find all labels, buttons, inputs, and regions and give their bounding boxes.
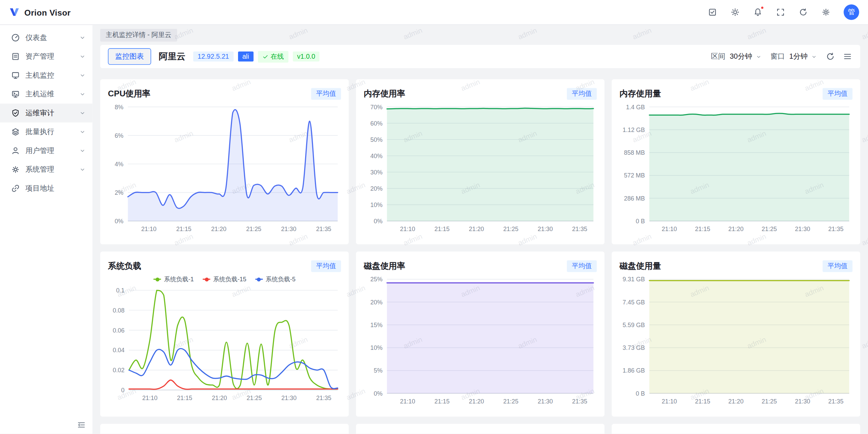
chart-card-header: 磁盘使用量 平均值 bbox=[619, 259, 852, 272]
monitor-chart-button[interactable]: 监控图表 bbox=[108, 48, 151, 65]
chart-card: 内存使用量 平均值 0 B286 MB572 MB858 MB1.12 GB1.… bbox=[612, 79, 860, 244]
host-tag: 12.92.5.21 bbox=[193, 52, 234, 61]
sidebar-item[interactable]: 仪表盘 bbox=[0, 28, 93, 47]
chevron-down-icon bbox=[755, 54, 762, 60]
chart-title: 磁盘使用量 bbox=[619, 261, 661, 271]
sidebar-item[interactable]: 用户管理 bbox=[0, 141, 93, 160]
refresh-icon[interactable] bbox=[826, 52, 835, 61]
chart-legend: 系统负载-1系统负载-15系统负载-5 bbox=[108, 274, 341, 285]
svg-text:21:35: 21:35 bbox=[572, 398, 587, 405]
orion-visor-logo-icon bbox=[9, 7, 20, 17]
main-content: 主机监控详情 - 阿里云 监控图表 阿里云 12.92.5.21ali在线v1.… bbox=[93, 25, 868, 434]
sidebar-item-label: 运维审计 bbox=[25, 108, 79, 118]
chevron-down-icon bbox=[79, 91, 86, 98]
svg-text:21:25: 21:25 bbox=[762, 398, 777, 405]
svg-text:21:25: 21:25 bbox=[503, 398, 518, 405]
legend-item[interactable]: 系统负载-15 bbox=[203, 275, 246, 283]
chart-card-header: CPU使用率 平均值 bbox=[108, 87, 341, 100]
chart-plot: 0 B286 MB572 MB858 MB1.12 GB1.4 GB21:102… bbox=[619, 101, 852, 234]
svg-text:0%: 0% bbox=[115, 218, 123, 225]
svg-text:7.45 GB: 7.45 GB bbox=[623, 299, 645, 306]
sidebar-item[interactable]: 主机监控 bbox=[0, 66, 93, 85]
menu-icon[interactable] bbox=[843, 52, 853, 61]
host-tag: 在线 bbox=[258, 51, 288, 62]
average-badge[interactable]: 平均值 bbox=[567, 88, 597, 99]
chart-card-partial bbox=[356, 424, 605, 434]
sidebar-item[interactable]: 主机运维 bbox=[0, 85, 93, 104]
sidebar-item-label: 批量执行 bbox=[25, 127, 79, 137]
chart-title: CPU使用率 bbox=[108, 88, 150, 99]
legend-item[interactable]: 系统负载-5 bbox=[255, 275, 296, 283]
watermark-text: admin bbox=[861, 232, 868, 247]
svg-text:21:30: 21:30 bbox=[795, 398, 810, 405]
refresh-icon[interactable] bbox=[798, 7, 808, 17]
svg-text:5%: 5% bbox=[374, 367, 382, 374]
collapse-sidebar-icon[interactable] bbox=[77, 420, 86, 429]
chart-card: 磁盘使用率 平均值 0%5%10%15%20%25%21:1021:1521:2… bbox=[356, 251, 605, 417]
average-badge[interactable]: 平均值 bbox=[823, 260, 852, 272]
interval-label: 区间 bbox=[711, 52, 725, 61]
svg-text:572 MB: 572 MB bbox=[624, 172, 645, 179]
svg-text:2%: 2% bbox=[115, 189, 123, 196]
average-badge[interactable]: 平均值 bbox=[567, 260, 597, 272]
sidebar-item-label: 用户管理 bbox=[25, 146, 79, 155]
svg-text:25%: 25% bbox=[370, 276, 382, 283]
sidebar-item[interactable]: 资产管理 bbox=[0, 47, 93, 66]
user-avatar[interactable]: 管 bbox=[844, 4, 859, 20]
sidebar-item[interactable]: 系统管理 bbox=[0, 160, 93, 179]
window-select[interactable]: 1分钟 bbox=[789, 52, 817, 61]
svg-text:0.04: 0.04 bbox=[113, 347, 124, 354]
svg-text:10%: 10% bbox=[370, 202, 382, 208]
legend-item[interactable]: 系统负载-1 bbox=[154, 275, 194, 283]
sidebar-item[interactable]: 运维审计 bbox=[0, 103, 93, 122]
charts-grid: CPU使用率 平均值 0%2%4%6%8%21:1021:1521:2021:2… bbox=[100, 79, 861, 434]
average-badge[interactable]: 平均值 bbox=[311, 260, 341, 272]
average-badge[interactable]: 平均值 bbox=[311, 88, 341, 99]
svg-text:60%: 60% bbox=[370, 120, 382, 127]
svg-text:21:35: 21:35 bbox=[316, 226, 331, 232]
svg-text:21:35: 21:35 bbox=[572, 226, 587, 232]
svg-text:4%: 4% bbox=[115, 161, 123, 168]
brand[interactable]: Orion Visor bbox=[9, 7, 71, 17]
sun-icon[interactable] bbox=[730, 7, 740, 17]
svg-text:21:15: 21:15 bbox=[695, 398, 710, 405]
svg-text:15%: 15% bbox=[370, 322, 382, 328]
square-check-icon[interactable] bbox=[708, 7, 717, 17]
svg-text:0 B: 0 B bbox=[636, 218, 645, 225]
svg-text:0%: 0% bbox=[374, 390, 382, 397]
svg-text:21:30: 21:30 bbox=[281, 226, 296, 232]
chevron-down-icon bbox=[79, 72, 86, 79]
svg-text:0%: 0% bbox=[374, 218, 382, 225]
sidebar-item[interactable]: 项目地址 bbox=[0, 179, 93, 198]
sidebar-item[interactable]: 批量执行 bbox=[0, 122, 93, 141]
bell-icon[interactable] bbox=[753, 7, 763, 17]
sidebar-nav: 仪表盘 资产管理 主机监控 主机运维 运维审计 批量执行 用户管理 系统管理 bbox=[0, 25, 93, 416]
gear-icon[interactable] bbox=[821, 7, 831, 17]
svg-text:1.12 GB: 1.12 GB bbox=[623, 127, 645, 133]
interval-select[interactable]: 30分钟 bbox=[730, 52, 762, 61]
host-tags: 12.92.5.21ali在线v1.0.0 bbox=[193, 51, 320, 62]
svg-text:20%: 20% bbox=[370, 299, 382, 306]
average-badge[interactable]: 平均值 bbox=[823, 88, 852, 99]
chart-plot: 00.020.040.060.080.121:1021:1521:2021:25… bbox=[108, 285, 341, 403]
system-icon bbox=[11, 165, 20, 174]
svg-text:0.02: 0.02 bbox=[113, 367, 124, 374]
svg-text:3.73 GB: 3.73 GB bbox=[623, 344, 645, 351]
batch-icon bbox=[11, 128, 20, 136]
chart-title: 磁盘使用率 bbox=[364, 261, 405, 271]
host-name: 阿里云 bbox=[159, 51, 185, 62]
svg-text:21:25: 21:25 bbox=[246, 226, 261, 232]
header-actions bbox=[826, 52, 852, 61]
svg-text:21:15: 21:15 bbox=[695, 226, 710, 232]
topbar: Orion Visor 管 bbox=[0, 0, 868, 25]
svg-text:21:10: 21:10 bbox=[400, 398, 415, 405]
fullscreen-icon[interactable] bbox=[775, 7, 785, 17]
breadcrumb-chip[interactable]: 主机监控详情 - 阿里云 bbox=[100, 29, 177, 41]
svg-text:0.08: 0.08 bbox=[113, 307, 124, 314]
chevron-down-icon bbox=[79, 166, 86, 173]
chart-card-header: 磁盘使用率 平均值 bbox=[364, 259, 597, 272]
chart-plot: 0%10%20%30%40%50%60%70%21:1021:1521:2021… bbox=[364, 101, 597, 234]
app-root: Orion Visor 管 仪表盘 资产管理 主机监控 主机运维 运维审计 bbox=[0, 0, 868, 434]
chart-card: 内存使用率 平均值 0%10%20%30%40%50%60%70%21:1021… bbox=[356, 79, 605, 244]
svg-text:0: 0 bbox=[121, 387, 124, 394]
